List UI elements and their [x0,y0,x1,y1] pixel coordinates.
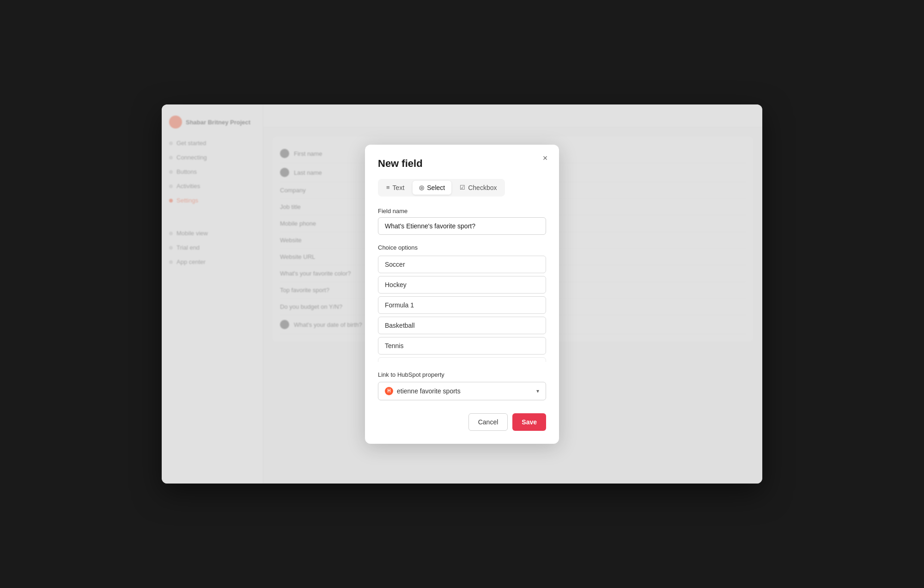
choice-options-list: Soccer Hockey Formula 1 Basketball Tenni… [378,256,546,362]
choice-option[interactable]: Hockey [378,276,546,294]
hubspot-property-value: etienne favorite sports [397,387,461,395]
select-tab-label: Select [427,184,445,191]
type-tabs: ≡ Text ◎ Select ☑ Checkbox [378,179,505,196]
hubspot-icon: H [385,387,393,395]
hubspot-property-select[interactable]: H etienne favorite sports ▾ [378,382,546,400]
modal-title: New field [378,158,546,170]
hubspot-label: Link to HubSpot property [378,371,546,378]
browser-window: Shabar Britney Project Get started Conne… [162,104,762,484]
text-tab-icon: ≡ [386,184,390,191]
choice-option-partial[interactable]: Rugby [378,357,546,362]
choice-option[interactable]: Tennis [378,337,546,355]
chevron-down-icon: ▾ [536,388,539,394]
tab-text[interactable]: ≡ Text [380,181,411,195]
field-name-label: Field name [378,208,546,214]
modal-overlay: × New field ≡ Text ◎ Select ☑ Checkbox [162,104,762,484]
select-tab-icon: ◎ [419,184,424,191]
choice-option[interactable]: Soccer [378,256,546,273]
choice-option[interactable]: Basketball [378,317,546,334]
field-name-input[interactable] [378,217,546,235]
hubspot-select-left: H etienne favorite sports [385,387,461,395]
checkbox-tab-icon: ☑ [460,184,465,191]
cancel-button[interactable]: Cancel [468,413,508,431]
new-field-modal: × New field ≡ Text ◎ Select ☑ Checkbox [365,145,559,444]
tab-select[interactable]: ◎ Select [413,181,451,195]
choice-option[interactable]: Formula 1 [378,296,546,314]
text-tab-label: Text [393,184,405,191]
modal-close-button[interactable]: × [539,152,552,165]
tab-checkbox[interactable]: ☑ Checkbox [453,181,503,195]
close-icon: × [543,153,548,163]
choice-options-label: Choice options [378,244,546,251]
save-button[interactable]: Save [512,413,546,431]
checkbox-tab-label: Checkbox [468,184,497,191]
modal-actions: Cancel Save [378,413,546,431]
